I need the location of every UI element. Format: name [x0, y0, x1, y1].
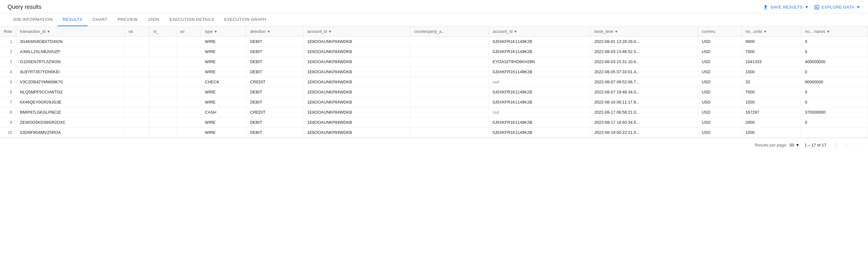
col-counterparty-a: counterparty_a...: [410, 27, 489, 37]
table-cell: 2022-08-17 06:58:21.0...: [590, 107, 698, 117]
table-cell: [410, 77, 489, 87]
table-cell: WIRE: [201, 37, 246, 47]
table-cell: NLQ5MPF5CCHWT0IZ: [16, 87, 125, 97]
save-dropdown-icon: ▼: [804, 5, 809, 9]
explore-data-button[interactable]: EXPLORE DATA ▼: [814, 4, 860, 10]
table-cell: CASH: [201, 107, 246, 117]
per-page-select[interactable]: 50 ▼: [789, 143, 799, 147]
table-cell: 1: [0, 37, 16, 47]
table-cell: 0J0XKFR1K1149K2B: [489, 117, 590, 127]
table-cell: 1E6OOAUNKP84WDKB: [303, 107, 410, 117]
table-cell: G1D5EN7RTL5ZW26I: [16, 57, 125, 67]
table-cell: 167287: [742, 107, 801, 117]
sort-icon-counterparty-account-id: ▼: [514, 30, 517, 33]
col-no-units[interactable]: no...units▼: [742, 27, 801, 37]
table-cell: BMIP87LGKGLP6E1E: [16, 107, 125, 117]
table-cell: [150, 67, 176, 77]
tab-results[interactable]: RESULTS: [58, 13, 88, 26]
table-cell: 2000: [742, 117, 801, 127]
table-cell: null: [489, 77, 590, 87]
per-page-value: 50: [789, 143, 794, 147]
results-table: Row transaction_id▼ va is_ so type▼ dire…: [0, 27, 868, 138]
table-cell: 2: [0, 47, 16, 57]
prev-page-button[interactable]: ‹: [841, 141, 850, 149]
next-page-button[interactable]: ›: [851, 141, 860, 149]
table-cell: 0LBYRT457YDH0KEI: [16, 67, 125, 77]
table-cell: USD: [698, 57, 742, 67]
table-cell: 2022-08-17 18:40:34.6...: [590, 117, 698, 127]
col-no-nanos[interactable]: no... nanos▼: [801, 27, 868, 37]
table-cell: V3C2DB4ZYMW69K70: [16, 77, 125, 87]
table-cell: [410, 67, 489, 77]
results-footer: Results per page: 50 ▼ 1 – 17 of 17 ⟨| ‹…: [0, 138, 868, 152]
col-account-id[interactable]: account_id▼: [303, 27, 410, 37]
table-cell: [150, 77, 176, 87]
table-cell: 0: [801, 67, 868, 77]
table-cell: [410, 37, 489, 47]
table-cell: [176, 87, 201, 97]
save-results-button[interactable]: SAVE RESULTS ▼: [763, 4, 809, 10]
first-page-button[interactable]: ⟨|: [831, 141, 840, 149]
resize-handle-transaction-id[interactable]: [123, 27, 125, 36]
table-cell: CREDIT: [246, 107, 304, 117]
table-cell: 0J0XKFR1K1149K2B: [489, 97, 590, 107]
table-cell: [176, 97, 201, 107]
table-cell: DEBIT: [246, 47, 304, 57]
table-cell: [410, 127, 489, 138]
col-currency: currenc: [698, 27, 742, 37]
table-cell: 2022-08-05 07:33:01.4...: [590, 67, 698, 77]
chart-icon: [814, 4, 819, 10]
table-cell: DEBIT: [246, 57, 304, 67]
table-header-row: Row transaction_id▼ va is_ so type▼ dire…: [0, 27, 868, 37]
col-so: so: [176, 27, 201, 37]
table-cell: 0J0XKFR1K1149K2B: [489, 47, 590, 57]
sort-icon-no-units: ▼: [763, 30, 767, 33]
footer-nav: ⟨| ‹ ›: [831, 141, 860, 149]
table-cell: [176, 47, 201, 57]
table-cell: 370000000: [801, 107, 868, 117]
tab-preview[interactable]: PREVIEW: [113, 13, 143, 26]
col-is: is_: [150, 27, 176, 37]
table-cell: USD: [698, 117, 742, 127]
table-cell: [125, 127, 150, 138]
tab-execution-graph[interactable]: EXECUTION GRAPH: [219, 13, 271, 26]
tab-job-information[interactable]: JOB INFORMATION: [8, 13, 58, 26]
sort-icon-transaction-id: ▼: [47, 30, 50, 33]
sort-icon-direction: ▼: [267, 30, 271, 33]
table-cell: [125, 97, 150, 107]
save-icon: [763, 4, 769, 10]
results-per-page-label: Results per page:: [755, 143, 787, 147]
table-cell: [410, 97, 489, 107]
table-cell: USD: [698, 37, 742, 47]
table-cell: [125, 47, 150, 57]
col-direction[interactable]: direction▼: [246, 27, 304, 37]
col-type[interactable]: type▼: [201, 27, 246, 37]
table-cell: 7: [0, 97, 16, 107]
tab-chart[interactable]: CHART: [88, 13, 113, 26]
table-row: 76X46QEY0GR29JG3EWIREDEBIT1E6OOAUNKP84WD…: [0, 97, 868, 107]
col-book-time[interactable]: book_time▼: [590, 27, 698, 37]
table-cell: [125, 37, 150, 47]
table-cell: null: [489, 107, 590, 117]
sort-icon-book-time: ▼: [615, 30, 618, 33]
table-cell: DEBIT: [246, 67, 304, 77]
table-row: 9ZEWOG5KDS8GR2DXCWIREDEBIT1E6OOAUNKP84WD…: [0, 117, 868, 127]
table-cell: [176, 57, 201, 67]
table-cell: 9: [0, 117, 16, 127]
tab-execution-details[interactable]: EXECUTION DETAILS: [164, 13, 219, 26]
table-cell: [176, 37, 201, 47]
table-cell: 8: [0, 107, 16, 117]
table-cell: 2022-08-03 13:46:52.5...: [590, 47, 698, 57]
col-counterparty-account-id[interactable]: account_id▼: [489, 27, 590, 37]
table-cell: [150, 87, 176, 97]
tab-json[interactable]: JSON: [143, 13, 164, 26]
table-cell: [150, 127, 176, 138]
per-page-section: Results per page: 50 ▼: [755, 143, 799, 147]
col-transaction-id[interactable]: transaction_id▼: [16, 27, 125, 37]
page-header: Query results SAVE RESULTS ▼ EXPLORE DAT…: [0, 0, 868, 13]
table-cell: 0J0XKFR1K1149K2B: [489, 87, 590, 97]
table-cell: 400000000: [801, 57, 868, 67]
table-cell: 7000: [742, 47, 801, 57]
table-cell: 0J0XKFR1K1149K2B: [489, 127, 590, 138]
table-cell: [176, 127, 201, 138]
